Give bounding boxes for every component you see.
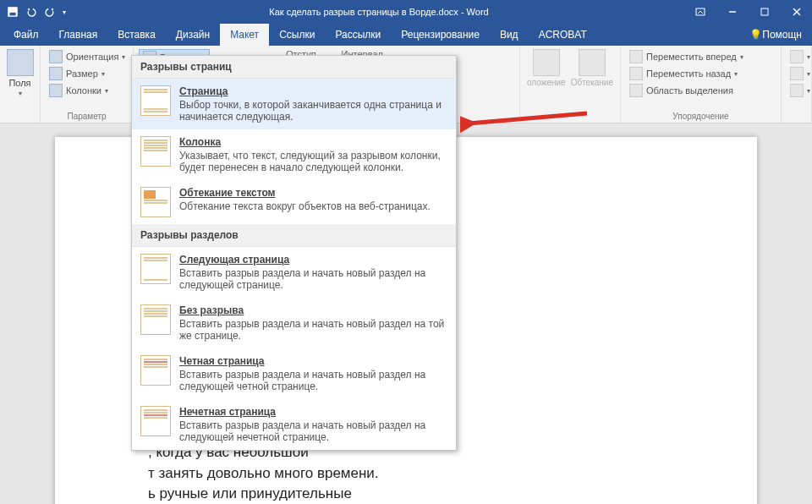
break-next-title: Следующая страница [179,254,447,266]
break-next-desc: Вставить разрыв раздела и начать новый р… [179,267,447,291]
break-cont-desc: Вставить разрыв раздела и начать новый р… [179,318,447,342]
break-odd-page-item[interactable]: Нечетная страницаВставить разрыв раздела… [132,399,456,450]
tab-references[interactable]: Ссылки [269,24,325,46]
orientation-button[interactable]: Ориентация▾ [46,49,129,64]
svg-rect-2 [10,13,16,16]
position-label: оложение [527,78,566,87]
page-setup-group-label: Параметр [46,111,128,121]
redo-icon[interactable] [44,6,56,18]
break-column-desc: Указывает, что текст, следующий за разры… [179,150,447,173]
break-even-page-item[interactable]: Четная страницаВставить разрыв раздела и… [132,348,456,399]
break-page-item[interactable]: СтраницаВыбор точки, в которой заканчива… [132,79,456,129]
minimize-icon[interactable] [717,0,748,24]
send-backward-icon [629,67,643,80]
document-title: Как сделать разрыв страницы в Ворде.docx… [73,7,685,17]
tab-review[interactable]: Рецензирование [391,24,490,46]
tab-insert[interactable]: Вставка [107,24,166,46]
break-page-title: Страница [179,85,447,97]
columns-label: Колонки [66,85,102,96]
tab-mailings[interactable]: Рассылки [325,24,391,46]
group-button: ▾ [787,66,812,81]
break-odd-desc: Вставить разрыв раздела и начать новый р… [179,419,447,443]
rotate-button: ▾ [787,83,812,98]
break-wrap-item[interactable]: Обтекание текстомОбтекание текста вокруг… [132,180,456,224]
qat-customize-icon[interactable]: ▾ [63,8,66,16]
break-even-desc: Вставить разрыв раздела и начать новый р… [179,369,447,392]
bring-forward-button: Переместить вперед▾ [626,49,747,64]
break-wrap-desc: Обтекание текста вокруг объектов на веб-… [179,200,431,212]
tab-home[interactable]: Главная [49,24,108,46]
break-wrap-icon [140,187,171,217]
wrap-icon [579,49,606,76]
break-page-desc: Выбор точки, в которой заканчивается одн… [179,99,447,123]
arrange-group-label: Упорядочение [626,111,776,121]
tab-help-label: Помощн [762,29,802,41]
save-icon[interactable] [7,6,19,18]
tab-design[interactable]: Дизайн [166,24,220,46]
title-bar: ▾ Как сделать разрыв страницы в Ворде.do… [0,0,812,24]
ribbon-options-icon[interactable] [685,0,716,24]
ribbon-tabs: Файл Главная Вставка Дизайн Макет Ссылки… [0,24,812,46]
size-button[interactable]: Размер▾ [46,66,129,81]
columns-button[interactable]: Колонки▾ [46,83,129,98]
break-next-icon [140,254,171,284]
orientation-label: Ориентация [66,52,118,62]
group-icon [790,67,804,80]
break-wrap-title: Обтекание текстом [179,187,431,199]
margins-icon[interactable] [7,49,34,76]
break-next-page-item[interactable]: Следующая страницаВставить разрыв раздел… [132,247,456,298]
break-column-icon [140,136,171,167]
tab-file[interactable]: Файл [3,24,49,46]
body-text: т занять довольно много времени. [148,465,379,481]
rotate-icon [790,84,804,97]
break-column-item[interactable]: КолонкаУказывает, что текст, следующий з… [132,129,456,180]
margins-label: Поля [8,78,30,88]
break-column-title: Колонка [179,136,447,148]
undo-icon[interactable] [25,6,37,18]
break-odd-title: Нечетная страница [179,406,447,418]
break-even-icon [140,355,171,386]
close-icon[interactable] [782,0,812,24]
bring-forward-icon [629,50,643,63]
wrap-label: Обтекание [571,78,613,87]
send-backward-button: Переместить назад▾ [626,66,747,81]
bring-forward-label: Переместить вперед [646,52,737,62]
align-icon [790,50,804,63]
position-icon [533,49,560,76]
orientation-icon [49,50,63,63]
svg-rect-5 [761,8,768,15]
selection-pane-button: Область выделения [626,83,747,98]
break-cont-icon [140,304,171,335]
breaks-dropdown: Разрывы страниц СтраницаВыбор точки, в к… [131,55,457,451]
dropdown-section-section-breaks: Разрывы разделов [132,224,456,247]
svg-rect-3 [696,8,705,15]
tab-help[interactable]: 💡 Помощн [739,24,812,46]
selection-pane-label: Область выделения [646,85,733,96]
body-text: ь ручные или принудительные [148,485,352,501]
break-continuous-item[interactable]: Без разрываВставить разрыв раздела и нач… [132,298,456,348]
columns-icon [49,84,63,97]
break-cont-title: Без разрыва [179,304,447,316]
break-even-title: Четная страница [179,355,447,367]
tab-view[interactable]: Вид [490,24,529,46]
size-label: Размер [66,68,98,79]
tab-acrobat[interactable]: ACROBAT [529,24,597,46]
break-odd-icon [140,406,171,436]
send-backward-label: Переместить назад [646,68,731,79]
size-icon [49,67,63,80]
selection-pane-icon [629,84,643,97]
break-page-icon [140,85,171,116]
align-button: ▾ [787,49,812,64]
tab-layout[interactable]: Макет [220,24,269,46]
dropdown-section-page-breaks: Разрывы страниц [132,56,456,79]
maximize-icon[interactable] [749,0,780,24]
